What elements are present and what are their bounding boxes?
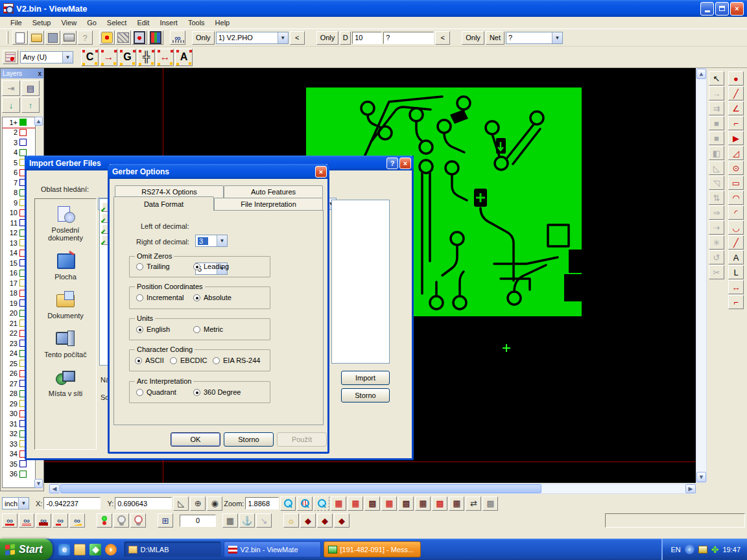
scroll-up-icon[interactable]: ▲ <box>34 117 43 126</box>
draw-arc-icon[interactable]: ◠ <box>728 191 744 205</box>
green-app-icon[interactable]: ◆ <box>89 544 101 555</box>
goto-arrow-icon[interactable]: → <box>100 49 117 66</box>
radio-english[interactable]: English <box>136 325 170 333</box>
layer-combo[interactable]: 1) V2.PHO ▼ <box>216 32 289 44</box>
filled-rect-icon[interactable]: ■ <box>709 116 724 130</box>
pattern-4-icon[interactable]: ▦ <box>415 496 431 511</box>
menu-setup[interactable]: Setup <box>27 18 56 28</box>
replace-icon[interactable]: ⇒ <box>709 205 724 220</box>
draw-pad-icon[interactable]: ● <box>728 71 744 86</box>
net-combo[interactable]: ? ▼ <box>506 32 563 44</box>
view-polygons-icon[interactable] <box>36 513 51 528</box>
pattern-5-icon[interactable]: ▩ <box>432 496 447 511</box>
taskbar-task-mlab[interactable]: D:\MLAB <box>124 541 221 557</box>
dcode-input[interactable]: 10 <box>352 32 382 44</box>
pad-grid-icon[interactable] <box>3 50 18 64</box>
only-net-button[interactable]: Only <box>462 31 484 45</box>
swap-arrow-icon[interactable]: ↔ <box>156 49 174 66</box>
center-point-icon[interactable]: ◉ <box>207 496 222 511</box>
insert-layer-icon[interactable]: ⇥ <box>2 80 20 96</box>
draw-curve-icon[interactable]: ◜ <box>728 205 744 220</box>
tray-app-icon[interactable] <box>698 546 707 554</box>
draw-circle-icon[interactable]: ⊙ <box>728 161 744 175</box>
any-filter-combo[interactable]: Any (U) ▼ <box>20 51 73 64</box>
swap-view-icon[interactable]: ⇄ <box>466 496 481 511</box>
draw-rect-icon[interactable]: ▭ <box>728 176 744 190</box>
tab-auto-features[interactable]: Auto Features <box>224 185 323 198</box>
mirror-icon[interactable]: ◧ <box>709 146 724 160</box>
layer-stack-icon[interactable]: ▤ <box>21 80 40 96</box>
film-color-icon[interactable] <box>148 30 163 45</box>
storno-button[interactable]: Storno <box>224 432 274 447</box>
hide-icons-icon[interactable]: ‹ <box>685 544 694 554</box>
move-item-icon[interactable]: → <box>709 86 724 100</box>
radio-ascii[interactable]: ASCII <box>135 356 164 364</box>
copy-items-icon[interactable]: ⇉ <box>709 101 724 115</box>
chevron-down-icon[interactable]: ▼ <box>278 32 288 43</box>
zoom-tool-icon[interactable] <box>280 496 296 511</box>
only-dcode-button[interactable]: Only <box>316 31 339 45</box>
layer-row-36[interactable]: 36 <box>3 469 35 480</box>
draw-arrow-icon[interactable]: ▶ <box>728 131 744 145</box>
chevron-down-icon[interactable]: ▼ <box>62 52 73 63</box>
y-coordinate-field[interactable]: 0.690643 <box>115 497 172 509</box>
x-coordinate-field[interactable]: -0.942237 <box>43 497 101 509</box>
close-icon[interactable]: × <box>315 166 327 178</box>
menu-insert[interactable]: Insert <box>154 18 183 28</box>
tile-windows-icon[interactable]: ⊞ <box>158 513 173 528</box>
menu-file[interactable]: File <box>5 18 27 28</box>
layer-color-swatch[interactable] <box>19 460 27 467</box>
radio-ebcdic[interactable]: EBCDIC <box>170 356 208 364</box>
tools-icon[interactable] <box>115 30 131 45</box>
bulb-off-icon[interactable] <box>130 513 146 528</box>
import-button[interactable]: Import <box>341 371 390 385</box>
dimension-icon[interactable]: ↔ <box>728 280 744 294</box>
prev-layer-button[interactable]: < <box>290 31 305 45</box>
layer-row-35[interactable]: 35 <box>3 459 35 469</box>
radio-absolute[interactable]: Absolute <box>193 294 231 301</box>
chevron-down-icon[interactable]: ▼ <box>552 32 562 43</box>
layer-color-swatch[interactable] <box>19 129 27 136</box>
place-my-computer[interactable]: Tento počítač <box>35 323 96 362</box>
menu-view[interactable]: View <box>56 18 82 28</box>
flash-sun-icon[interactable]: ☼ <box>283 513 299 528</box>
tab-file-interpretation[interactable]: File Interpretation <box>214 198 323 210</box>
only-layer-button[interactable]: Only <box>192 31 215 45</box>
horizontal-scrollbar[interactable]: ◀ ▶ <box>49 484 696 494</box>
language-indicator[interactable]: EN <box>670 546 680 554</box>
move-layer-up-icon[interactable]: ↑ <box>21 97 40 113</box>
pattern-3-icon[interactable]: ▩ <box>398 496 414 511</box>
left-of-decimal-combo[interactable]: 3 ▼ <box>195 235 228 247</box>
draw-sketch-icon[interactable]: ╱ <box>728 235 744 250</box>
unit-combo[interactable]: inch ▼ <box>2 497 29 509</box>
undo-icon[interactable]: ↺ <box>709 250 724 264</box>
menu-tools[interactable]: Tools <box>183 18 210 28</box>
dcode-query-input[interactable]: ? <box>383 32 434 44</box>
close-button[interactable]: × <box>730 2 744 16</box>
taskbar-task-messenger[interactable]: [191-482-091] - Mess... <box>324 541 421 557</box>
origin-icon[interactable]: ⊕ <box>190 496 206 511</box>
component-c-icon[interactable]: C <box>81 49 99 66</box>
flash-cross-icon[interactable]: ╬ <box>137 49 155 66</box>
cut-icon[interactable]: ✂ <box>709 265 724 279</box>
print-icon[interactable] <box>61 30 77 45</box>
pattern-1-icon[interactable]: ▩ <box>364 496 380 511</box>
measure-glasses-icon[interactable] <box>170 30 185 45</box>
layer-color-swatch[interactable] <box>19 471 27 478</box>
draw-triangle-icon[interactable]: ◿ <box>728 146 744 160</box>
radio-quadrant[interactable]: Quadrant <box>136 388 176 396</box>
filled-rect2-icon[interactable]: ■ <box>709 131 724 145</box>
pattern-6-icon[interactable]: ▦ <box>449 496 464 511</box>
layer-row-3[interactable]: 3 <box>3 137 35 148</box>
layers-panel-titlebar[interactable]: Layers x <box>1 69 43 78</box>
pad-diamond-icon[interactable]: ◆ <box>300 513 316 528</box>
close-icon[interactable]: × <box>399 158 411 169</box>
place-documents[interactable]: Dokumenty <box>35 285 96 323</box>
tab-data-format[interactable]: Data Format <box>113 196 214 211</box>
radio-eia-rs244[interactable]: EIA RS-244 <box>213 356 260 364</box>
taskbar-task-viewmate[interactable]: V2.bin - ViewMate <box>224 541 321 557</box>
measure-angle-icon[interactable]: ◺ <box>173 496 189 511</box>
select-cursor-icon[interactable]: ↖ <box>709 71 724 86</box>
radio-leading[interactable]: Leading <box>193 262 229 270</box>
place-recent-documents[interactable]: Poslední dokumenty <box>35 199 96 246</box>
